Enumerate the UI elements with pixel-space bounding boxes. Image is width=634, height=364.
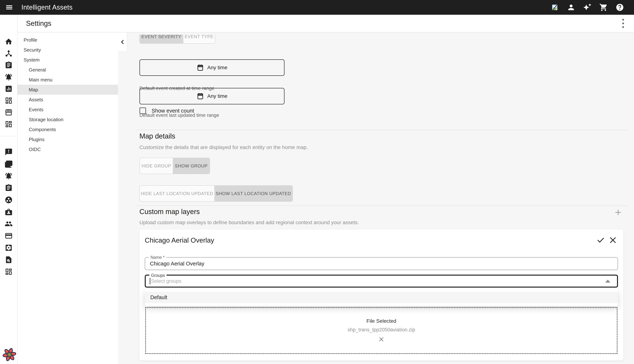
map-details-description: Customize the details that are displayed…	[139, 144, 308, 150]
nav-item-system[interactable]: System	[18, 55, 118, 65]
flower-devtools-logo[interactable]	[2, 348, 17, 362]
section-divider	[136, 130, 627, 130]
created-range-value: Any time	[207, 65, 227, 70]
notifications-icon[interactable]	[0, 71, 17, 83]
nav-item-components[interactable]: Components	[18, 124, 118, 134]
app-bar: Intelligent Assets	[0, 0, 634, 15]
layer-card-title: Chicago Aerial Overlay	[145, 236, 214, 244]
map-settings-content: EVENT SEVERITY EVENT TYPE Default event …	[127, 32, 634, 364]
nav-item-main-menu[interactable]: Main menu	[18, 75, 118, 85]
announcement-icon[interactable]	[0, 146, 17, 158]
groups-field[interactable]: Groups Select groups	[145, 275, 618, 288]
icon-rail	[0, 15, 18, 364]
file-name: shp_trans_tpp2050aviation.zip	[348, 327, 415, 333]
groups-field-label: Groups	[149, 273, 167, 278]
rail-divider	[0, 136, 18, 136]
check-icon	[596, 236, 605, 244]
event-display-toggle: EVENT SEVERITY EVENT TYPE	[139, 35, 216, 44]
name-field-label: Name *	[149, 254, 166, 260]
file-upload-area[interactable]: File Selected shp_trans_tpp2050aviation.…	[145, 307, 617, 354]
clipboard-icon[interactable]	[0, 182, 17, 194]
file-status: File Selected	[367, 318, 396, 324]
groups-dropdown: Default	[145, 289, 618, 306]
layer-card: Chicago Aerial Overlay Name * Chicago Ae…	[139, 230, 623, 360]
hide-group-button[interactable]: HIDE GROUP	[140, 158, 173, 174]
credit-card-icon[interactable]	[0, 230, 17, 242]
groups-field-placeholder-wrap: Select groups	[150, 278, 181, 284]
nav-item-events[interactable]: Events	[18, 105, 118, 114]
tab-event-severity[interactable]: EVENT SEVERITY	[140, 35, 183, 43]
created-range-button[interactable]: Any time	[139, 59, 284, 76]
broken-image-icon[interactable]	[550, 3, 559, 12]
document-search-icon[interactable]	[0, 254, 17, 266]
section-divider	[136, 206, 627, 206]
hide-last-location-button[interactable]: HIDE LAST LOCATION UPDATED	[140, 186, 214, 201]
page-title: Settings	[26, 20, 51, 28]
close-icon	[378, 336, 385, 343]
menu-icon[interactable]	[5, 3, 14, 12]
nav-item-security[interactable]: Security	[18, 45, 118, 55]
name-field-value: Chicago Aerial Overlay	[150, 261, 204, 267]
show-event-count-label: Show event count	[152, 108, 194, 114]
settings-nav: Profile Security System General Main men…	[18, 32, 118, 364]
media-library-icon[interactable]	[0, 158, 17, 170]
storefront-icon[interactable]	[0, 106, 17, 118]
nav-item-oidc[interactable]: OIDC	[18, 144, 118, 154]
home-icon[interactable]	[0, 36, 17, 48]
nav-item-general[interactable]: General	[18, 65, 118, 75]
dashboard-icon[interactable]	[0, 266, 17, 278]
map-details-title: Map details	[139, 132, 175, 140]
analytics-icon[interactable]	[0, 83, 17, 95]
page-header: Settings	[18, 15, 634, 32]
tab-event-type[interactable]: EVENT TYPE	[183, 35, 215, 43]
updated-range-button[interactable]: Any time	[139, 88, 284, 104]
clipboard-icon[interactable]	[0, 59, 17, 71]
dropdown-option-default[interactable]: Default	[145, 292, 618, 303]
show-event-count-row[interactable]: Show event count	[139, 107, 194, 114]
sparkle-icon[interactable]	[583, 3, 592, 12]
close-icon	[609, 236, 617, 244]
people-icon[interactable]	[0, 218, 17, 230]
plus-icon	[614, 208, 622, 217]
chevron-left-icon	[119, 39, 126, 45]
text-caret	[150, 278, 150, 284]
show-event-count-checkbox[interactable]	[139, 108, 146, 114]
layer-card-actions	[596, 236, 617, 244]
nav-item-assets[interactable]: Assets	[18, 95, 118, 105]
name-field[interactable]: Name * Chicago Aerial Overlay	[145, 257, 618, 270]
show-last-location-button[interactable]: SHOW LAST LOCATION UPDATED	[214, 186, 292, 201]
show-group-button[interactable]: SHOW GROUP	[173, 158, 210, 174]
groups-field-placeholder: Select groups	[151, 278, 181, 284]
more-options-icon[interactable]	[621, 17, 625, 30]
nav-item-profile[interactable]: Profile	[18, 35, 118, 45]
dashboard-alt-icon[interactable]	[0, 118, 17, 130]
badge-icon[interactable]	[0, 206, 17, 218]
cancel-layer-button[interactable]	[608, 236, 617, 244]
nav-item-map[interactable]: Map	[18, 85, 118, 95]
notifications-icon[interactable]	[0, 170, 17, 182]
dropdown-open-arrow-icon[interactable]	[605, 280, 610, 282]
remove-file-button[interactable]	[378, 336, 385, 343]
nav-item-plugins[interactable]: Plugins	[18, 134, 118, 144]
calendar-icon	[197, 92, 204, 100]
topbar-actions	[550, 3, 624, 12]
cart-icon[interactable]	[599, 3, 608, 12]
app-title: Intelligent Assets	[21, 4, 73, 11]
updated-range-value: Any time	[207, 93, 227, 99]
calendar-icon	[197, 64, 204, 72]
confirm-layer-button[interactable]	[596, 236, 605, 244]
nav-item-storage-location[interactable]: Storage location	[18, 114, 118, 124]
group-visibility-toggle: HIDE GROUP SHOW GROUP	[139, 158, 210, 174]
device-hub-icon[interactable]	[0, 48, 17, 59]
group-work-icon[interactable]	[0, 194, 17, 206]
custom-layers-description: Upload custom map overlays to define bou…	[139, 220, 359, 226]
help-icon[interactable]	[615, 3, 624, 12]
person-icon[interactable]	[566, 3, 576, 12]
add-layer-button[interactable]	[614, 208, 622, 217]
custom-layers-title: Custom map layers	[139, 208, 200, 216]
dashboard-icon[interactable]	[0, 95, 17, 106]
last-location-visibility-toggle: HIDE LAST LOCATION UPDATED SHOW LAST LOC…	[139, 185, 293, 202]
settings-applications-icon[interactable]	[0, 242, 17, 254]
collapse-nav-button[interactable]	[118, 32, 127, 52]
